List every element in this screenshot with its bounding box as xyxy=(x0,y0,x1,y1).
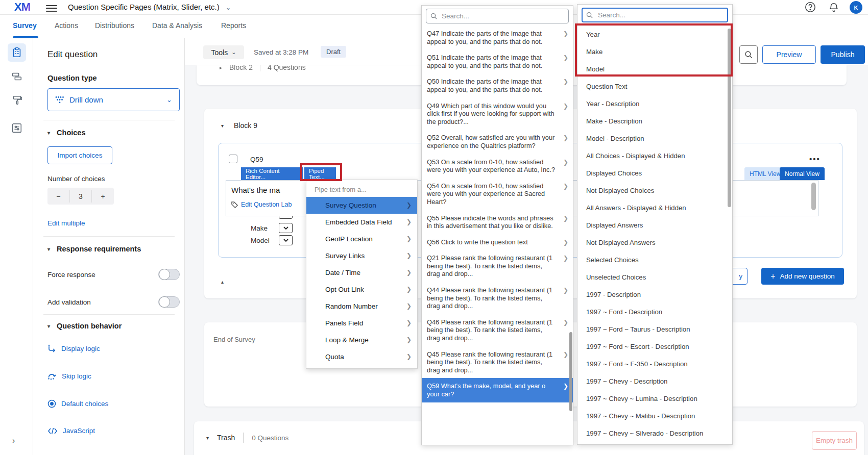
pipe-menu-item-date-time[interactable]: Date / Time❯ xyxy=(306,264,417,281)
question-list-item[interactable]: Q21 Please rank the following restaurant… xyxy=(422,250,573,282)
edit-question-label-link[interactable]: Edit Question Lab xyxy=(231,201,292,208)
field-item[interactable]: 1997 ~ Chevy ~ Lumina - Description xyxy=(577,390,732,408)
field-item[interactable]: All Choices - Displayed & Hidden xyxy=(577,147,732,165)
field-item[interactable]: 1997 ~ Ford ~ Taurus - Description xyxy=(577,321,732,338)
field-item[interactable]: Selected Choices xyxy=(577,251,732,269)
survey-flow-icon[interactable] xyxy=(8,67,26,86)
pipe-menu-item-quota[interactable]: Quota❯ xyxy=(306,348,417,365)
choices-section-header[interactable]: ▾ Choices xyxy=(47,129,85,137)
question-list-item[interactable]: Q44 Please rank the following restaurant… xyxy=(422,282,573,314)
field-item[interactable]: 1997 ~ Chevy ~ Malibu - Description xyxy=(577,408,732,425)
field-item[interactable]: Model - Description xyxy=(577,130,732,147)
default-choices-link[interactable]: Default choices xyxy=(47,399,108,408)
block-name: Block 2 xyxy=(229,65,253,71)
collapse-panel-chevron[interactable]: › xyxy=(12,436,15,445)
chevron-right-icon: ❯ xyxy=(406,231,412,247)
builder-icon[interactable] xyxy=(8,43,26,62)
question-text[interactable]: What's the ma xyxy=(231,186,280,194)
import-choices-button[interactable]: Import choices xyxy=(47,146,112,164)
field-item[interactable]: Not Displayed Answers xyxy=(577,234,732,251)
user-avatar[interactable]: K xyxy=(850,1,862,14)
pipe-menu-item-random-number[interactable]: Random Number❯ xyxy=(306,298,417,315)
look-and-feel-icon[interactable] xyxy=(8,91,26,109)
question-list-item[interactable]: Q47 Indicate the parts of the image that… xyxy=(422,26,573,49)
javascript-link[interactable]: JavaScript xyxy=(47,427,95,435)
question-list-item[interactable]: Q56 Click to write the question text❯ xyxy=(422,234,573,250)
field-item[interactable]: 1997 - Description xyxy=(577,286,732,304)
add-new-question-button[interactable]: + Add new question xyxy=(761,268,844,285)
force-response-toggle[interactable] xyxy=(158,269,180,280)
collapse-block-arrow[interactable]: ▴ xyxy=(221,279,224,285)
display-logic-link[interactable]: Display logic xyxy=(47,344,100,352)
pipe-menu-item-survey-links[interactable]: Survey Links❯ xyxy=(306,247,417,264)
empty-trash-button[interactable]: Empty trash xyxy=(812,431,857,450)
skip-logic-link[interactable]: Skip logic xyxy=(47,372,91,380)
field-search-input[interactable] xyxy=(582,8,728,22)
field-item[interactable]: Not Displayed Choices xyxy=(577,182,732,199)
field-item[interactable]: 1997 ~ Chevy ~ Silverado - Description xyxy=(577,425,732,442)
normal-view-tab[interactable]: Normal View xyxy=(780,167,825,180)
tab-actions[interactable]: Actions xyxy=(55,21,78,30)
pipe-menu-item-survey-question[interactable]: Survey Question❯ xyxy=(306,197,417,214)
question-behavior-header[interactable]: ▾ Question behavior xyxy=(47,322,122,330)
field-item[interactable]: 1997 ~ Ford ~ Escort - Description xyxy=(577,338,732,356)
field-item[interactable]: Unselected Choices xyxy=(577,269,732,286)
field-item[interactable]: 1997 ~ Ford - Description xyxy=(577,304,732,321)
response-requirements-header[interactable]: ▾ Response requirements xyxy=(47,245,141,253)
xm-logo[interactable]: XM xyxy=(14,1,30,14)
model-select[interactable] xyxy=(279,235,293,245)
pipe-menu-item-geoip[interactable]: GeoIP Location❯ xyxy=(306,231,417,247)
question-type-select[interactable]: Drill down ⌄ xyxy=(47,88,180,111)
scrollbar-thumb[interactable] xyxy=(811,183,816,210)
add-validation-toggle[interactable] xyxy=(158,296,180,308)
field-item[interactable]: Make - Description xyxy=(577,113,732,130)
field-item[interactable]: Displayed Answers xyxy=(577,217,732,234)
tab-data-analysis[interactable]: Data & Analysis xyxy=(152,21,202,30)
question-options-dots-icon[interactable]: ••• xyxy=(809,155,821,163)
edit-multiple-link[interactable]: Edit multiple xyxy=(47,219,85,227)
notifications-bell-icon[interactable] xyxy=(828,2,839,15)
tab-survey[interactable]: Survey xyxy=(13,21,37,30)
tab-distributions[interactable]: Distributions xyxy=(95,21,134,30)
field-item[interactable]: Year - Description xyxy=(577,95,732,113)
pipe-menu-item-embedded-data[interactable]: Embedded Data Field❯ xyxy=(306,214,417,231)
chevron-right-icon: ❯ xyxy=(563,30,568,38)
project-title[interactable]: Question Specific Pages (Matrix, Slider,… xyxy=(68,3,231,11)
pipe-menu-item-panels-field[interactable]: Panels Field❯ xyxy=(306,315,417,332)
survey-options-icon[interactable] xyxy=(8,119,26,137)
question-list-item[interactable]: Q46 Please rank the following restaurant… xyxy=(422,314,573,346)
field-item[interactable]: Displayed Choices xyxy=(577,165,732,182)
question-list-item[interactable]: Q45 Please rank the following restaurant… xyxy=(422,346,573,378)
collapse-triangle-icon[interactable]: ▾ xyxy=(206,435,209,441)
question-list-item[interactable]: Q51 Indicate the parts of the image that… xyxy=(422,49,573,73)
publish-button[interactable]: Publish xyxy=(821,45,865,64)
field-item[interactable]: All Answers - Displayed & Hidden xyxy=(577,199,732,217)
scrollbar-thumb[interactable] xyxy=(569,332,572,411)
decrement-button[interactable]: − xyxy=(47,188,69,205)
tools-button[interactable]: Tools ⌄ xyxy=(203,45,244,59)
question-search-input[interactable] xyxy=(426,9,569,23)
question-list-item-selected[interactable]: Q59 What's the make, model, and year o y… xyxy=(422,378,573,402)
question-list-item[interactable]: Q54 On a scale from 0-10, how satisfied … xyxy=(422,178,573,210)
preview-button[interactable]: Preview xyxy=(762,45,816,64)
help-icon[interactable] xyxy=(805,2,816,15)
question-checkbox[interactable] xyxy=(229,155,237,163)
field-item[interactable]: 1997 ~ Ford ~ F-350 - Description xyxy=(577,356,732,373)
search-button[interactable] xyxy=(739,45,758,64)
question-list-item[interactable]: Q50 Indicate the parts of the image that… xyxy=(422,73,573,97)
question-list-item[interactable]: Q53 On a scale from 0-10, how satisfied … xyxy=(422,154,573,178)
question-list-item[interactable]: Q52 Overall, how satisfied are you with … xyxy=(422,130,573,154)
question-list-item[interactable]: Q49 Which part of this window would you … xyxy=(422,98,573,130)
tab-reports[interactable]: Reports xyxy=(221,21,246,30)
question-list-item[interactable]: Q55 Please indicate the words and phrase… xyxy=(422,210,573,234)
pipe-menu-item-loop-merge[interactable]: Loop & Merge❯ xyxy=(306,332,417,348)
block-name[interactable]: Block 9 xyxy=(234,121,257,130)
hamburger-menu-icon[interactable] xyxy=(46,4,57,11)
pipe-menu-item-opt-out-link[interactable]: Opt Out Link❯ xyxy=(306,281,417,298)
increment-button[interactable]: + xyxy=(92,188,114,205)
field-item[interactable]: 1997 ~ Chevy - Description xyxy=(577,373,732,390)
make-select[interactable] xyxy=(279,223,293,233)
collapse-triangle-icon[interactable]: ▾ xyxy=(221,123,224,129)
rich-content-editor-tab[interactable]: Rich Content Editor... xyxy=(241,167,303,180)
field-item[interactable]: Question Text xyxy=(577,78,732,95)
